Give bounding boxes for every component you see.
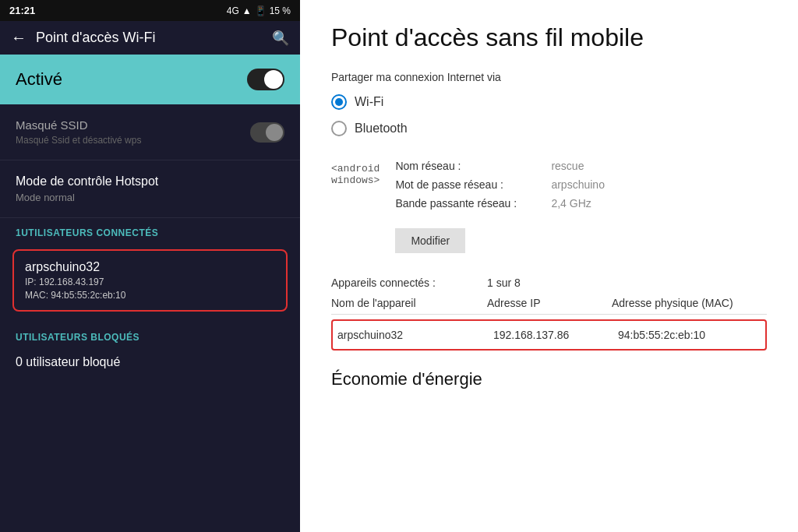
signal-icon: ▲ <box>242 5 252 16</box>
modify-button[interactable]: Modifier <box>395 228 465 253</box>
network-pass-value: arpschuino <box>551 178 605 191</box>
status-bar: 21:21 4G ▲ 📱 15 % <box>0 0 300 21</box>
connected-user-card: arpschuino32 IP: 192.168.43.197 MAC: 94:… <box>12 249 288 312</box>
active-section: Activé <box>0 55 300 104</box>
device-name: arpschuino32 <box>337 329 493 341</box>
status-icons: 4G ▲ 📱 15 % <box>227 5 291 16</box>
windows-panel: Point d'accès sans fil mobile Partager m… <box>300 0 798 532</box>
bluetooth-label: Bluetooth <box>355 122 408 136</box>
ssid-title: Masqué SSID <box>16 118 284 132</box>
network-pass-label: Mot de passe réseau : <box>395 178 551 191</box>
android-panel: 21:21 4G ▲ 📱 15 % ← Point d'accès Wi-Fi … <box>0 0 300 532</box>
battery-indicator: 15 % <box>270 5 291 16</box>
ssid-toggle[interactable] <box>250 122 284 143</box>
status-time: 21:21 <box>9 5 35 16</box>
mode-section: Mode de contrôle Hotspot Mode normal <box>0 160 300 218</box>
blocked-header: UTILISATEURS BLOQUÉS <box>0 318 300 347</box>
network-name-label: Nom réseau : <box>395 160 551 172</box>
win-title: Point d'accès sans fil mobile <box>331 23 767 52</box>
bluetooth-radio[interactable]: Bluetooth <box>331 121 767 136</box>
devices-connected-value: 1 sur 8 <box>487 277 521 289</box>
mode-subtitle: Mode normal <box>16 192 284 203</box>
network-indicator: 4G <box>227 5 239 16</box>
user-name: arpschuino32 <box>25 260 275 274</box>
active-toggle[interactable] <box>247 69 284 90</box>
network-name-value: rescue <box>551 160 584 172</box>
search-icon[interactable]: 🔍 <box>272 30 289 47</box>
share-label: Partager ma connexion Internet via <box>331 71 767 83</box>
bandwidth-value: 2,4 GHz <box>551 197 591 210</box>
col-name-header: Nom de l'appareil <box>331 297 487 309</box>
network-pass-row: Mot de passe réseau : arpschuino <box>395 178 605 191</box>
economy-title: Économie d'énergie <box>331 369 767 389</box>
top-bar: ← Point d'accès Wi-Fi 🔍 <box>0 21 300 55</box>
network-info: Nom réseau : rescue Mot de passe réseau … <box>395 160 605 210</box>
col-mac-header: Adresse physique (MAC) <box>612 297 767 309</box>
col-ip-header: Adresse IP <box>487 297 612 309</box>
blocked-count: 0 utilisateur bloqué <box>0 347 300 377</box>
device-table-header: Nom de l'appareil Adresse IP Adresse phy… <box>331 297 767 315</box>
bandwidth-row: Bande passante réseau : 2,4 GHz <box>395 197 605 210</box>
devices-connected-row: Appareils connectés : 1 sur 8 <box>331 277 767 289</box>
bluetooth-radio-circle[interactable] <box>331 121 347 136</box>
devices-connected-label: Appareils connectés : <box>331 277 487 289</box>
mode-title: Mode de contrôle Hotspot <box>16 174 284 188</box>
back-button[interactable]: ← <box>11 29 26 47</box>
connection-type-group: Wi-Fi Bluetooth <box>331 94 767 136</box>
android-note: <androidwindows> <box>331 163 380 186</box>
page-title: Point d'accès Wi-Fi <box>36 30 263 46</box>
active-label: Activé <box>16 69 62 90</box>
device-ip: 192.168.137.86 <box>493 329 618 341</box>
ssid-subtitle: Masqué Ssid et désactivé wps <box>16 135 284 146</box>
wifi-label: Wi-Fi <box>355 95 383 109</box>
devices-section: Appareils connectés : 1 sur 8 Nom de l'a… <box>331 277 767 351</box>
user-ip: IP: 192.168.43.197 <box>25 277 275 287</box>
sim-icon: 📱 <box>255 5 267 16</box>
bandwidth-label: Bande passante réseau : <box>395 197 551 210</box>
wifi-radio-circle[interactable] <box>331 94 347 110</box>
device-table-row: arpschuino32 192.168.137.86 94:b5:55:2c:… <box>331 319 767 351</box>
user-mac: MAC: 94:b5:55:2c:eb:10 <box>25 290 275 301</box>
wifi-radio[interactable]: Wi-Fi <box>331 94 767 110</box>
connected-users-header: 1UTILISATEURS CONNECTÉS <box>0 218 300 243</box>
ssid-section: Masqué SSID Masqué Ssid et désactivé wps <box>0 104 300 160</box>
device-mac: 94:b5:55:2c:eb:10 <box>618 329 765 341</box>
network-name-row: Nom réseau : rescue <box>395 160 605 172</box>
